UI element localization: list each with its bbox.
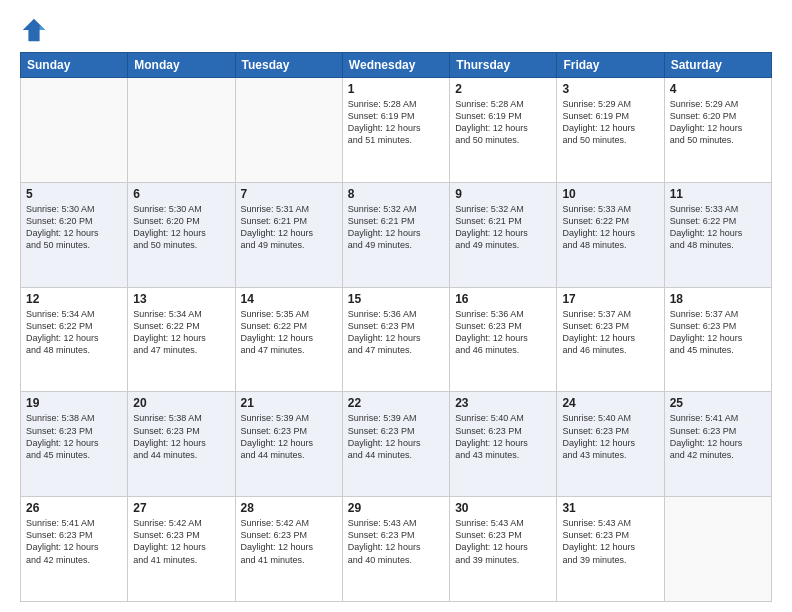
calendar-day-cell: 4Sunrise: 5:29 AM Sunset: 6:20 PM Daylig… [664,78,771,183]
logo [20,16,50,44]
day-number: 4 [670,82,766,96]
calendar-week-row: 5Sunrise: 5:30 AM Sunset: 6:20 PM Daylig… [21,182,772,287]
calendar-day-cell: 1Sunrise: 5:28 AM Sunset: 6:19 PM Daylig… [342,78,449,183]
weekday-header: Thursday [450,53,557,78]
calendar-day-cell: 17Sunrise: 5:37 AM Sunset: 6:23 PM Dayli… [557,287,664,392]
header-row: SundayMondayTuesdayWednesdayThursdayFrid… [21,53,772,78]
day-info: Sunrise: 5:41 AM Sunset: 6:23 PM Dayligh… [26,517,122,566]
page: SundayMondayTuesdayWednesdayThursdayFrid… [0,0,792,612]
day-info: Sunrise: 5:32 AM Sunset: 6:21 PM Dayligh… [455,203,551,252]
day-number: 15 [348,292,444,306]
header [20,16,772,44]
day-info: Sunrise: 5:36 AM Sunset: 6:23 PM Dayligh… [455,308,551,357]
day-info: Sunrise: 5:32 AM Sunset: 6:21 PM Dayligh… [348,203,444,252]
calendar-day-cell: 26Sunrise: 5:41 AM Sunset: 6:23 PM Dayli… [21,497,128,602]
weekday-header: Tuesday [235,53,342,78]
day-info: Sunrise: 5:43 AM Sunset: 6:23 PM Dayligh… [348,517,444,566]
day-info: Sunrise: 5:34 AM Sunset: 6:22 PM Dayligh… [26,308,122,357]
calendar-week-row: 26Sunrise: 5:41 AM Sunset: 6:23 PM Dayli… [21,497,772,602]
calendar-day-cell: 15Sunrise: 5:36 AM Sunset: 6:23 PM Dayli… [342,287,449,392]
calendar-day-cell: 27Sunrise: 5:42 AM Sunset: 6:23 PM Dayli… [128,497,235,602]
calendar-day-cell: 8Sunrise: 5:32 AM Sunset: 6:21 PM Daylig… [342,182,449,287]
day-number: 14 [241,292,337,306]
day-info: Sunrise: 5:30 AM Sunset: 6:20 PM Dayligh… [26,203,122,252]
calendar-day-cell: 30Sunrise: 5:43 AM Sunset: 6:23 PM Dayli… [450,497,557,602]
day-info: Sunrise: 5:33 AM Sunset: 6:22 PM Dayligh… [670,203,766,252]
day-number: 9 [455,187,551,201]
day-info: Sunrise: 5:42 AM Sunset: 6:23 PM Dayligh… [133,517,229,566]
day-number: 16 [455,292,551,306]
day-info: Sunrise: 5:34 AM Sunset: 6:22 PM Dayligh… [133,308,229,357]
day-number: 2 [455,82,551,96]
day-info: Sunrise: 5:28 AM Sunset: 6:19 PM Dayligh… [348,98,444,147]
calendar-day-cell: 19Sunrise: 5:38 AM Sunset: 6:23 PM Dayli… [21,392,128,497]
day-info: Sunrise: 5:40 AM Sunset: 6:23 PM Dayligh… [455,412,551,461]
day-info: Sunrise: 5:39 AM Sunset: 6:23 PM Dayligh… [241,412,337,461]
calendar-day-cell: 21Sunrise: 5:39 AM Sunset: 6:23 PM Dayli… [235,392,342,497]
day-info: Sunrise: 5:37 AM Sunset: 6:23 PM Dayligh… [670,308,766,357]
calendar-day-cell: 24Sunrise: 5:40 AM Sunset: 6:23 PM Dayli… [557,392,664,497]
day-info: Sunrise: 5:38 AM Sunset: 6:23 PM Dayligh… [133,412,229,461]
day-number: 6 [133,187,229,201]
day-number: 10 [562,187,658,201]
day-info: Sunrise: 5:28 AM Sunset: 6:19 PM Dayligh… [455,98,551,147]
day-info: Sunrise: 5:42 AM Sunset: 6:23 PM Dayligh… [241,517,337,566]
calendar-day-cell: 11Sunrise: 5:33 AM Sunset: 6:22 PM Dayli… [664,182,771,287]
calendar-week-row: 19Sunrise: 5:38 AM Sunset: 6:23 PM Dayli… [21,392,772,497]
day-number: 26 [26,501,122,515]
calendar-day-cell: 23Sunrise: 5:40 AM Sunset: 6:23 PM Dayli… [450,392,557,497]
weekday-header: Monday [128,53,235,78]
day-info: Sunrise: 5:36 AM Sunset: 6:23 PM Dayligh… [348,308,444,357]
logo-icon [20,16,48,44]
day-number: 24 [562,396,658,410]
day-info: Sunrise: 5:43 AM Sunset: 6:23 PM Dayligh… [562,517,658,566]
calendar-day-cell: 28Sunrise: 5:42 AM Sunset: 6:23 PM Dayli… [235,497,342,602]
day-number: 5 [26,187,122,201]
day-number: 27 [133,501,229,515]
calendar-day-cell: 6Sunrise: 5:30 AM Sunset: 6:20 PM Daylig… [128,182,235,287]
calendar-day-cell: 10Sunrise: 5:33 AM Sunset: 6:22 PM Dayli… [557,182,664,287]
day-number: 1 [348,82,444,96]
day-info: Sunrise: 5:29 AM Sunset: 6:20 PM Dayligh… [670,98,766,147]
day-info: Sunrise: 5:29 AM Sunset: 6:19 PM Dayligh… [562,98,658,147]
calendar-day-cell: 20Sunrise: 5:38 AM Sunset: 6:23 PM Dayli… [128,392,235,497]
calendar-day-cell: 12Sunrise: 5:34 AM Sunset: 6:22 PM Dayli… [21,287,128,392]
calendar-day-cell: 7Sunrise: 5:31 AM Sunset: 6:21 PM Daylig… [235,182,342,287]
calendar-day-cell: 18Sunrise: 5:37 AM Sunset: 6:23 PM Dayli… [664,287,771,392]
day-number: 19 [26,396,122,410]
day-info: Sunrise: 5:37 AM Sunset: 6:23 PM Dayligh… [562,308,658,357]
day-info: Sunrise: 5:39 AM Sunset: 6:23 PM Dayligh… [348,412,444,461]
day-info: Sunrise: 5:35 AM Sunset: 6:22 PM Dayligh… [241,308,337,357]
calendar-day-cell: 29Sunrise: 5:43 AM Sunset: 6:23 PM Dayli… [342,497,449,602]
day-number: 31 [562,501,658,515]
calendar-day-cell [235,78,342,183]
weekday-header: Wednesday [342,53,449,78]
calendar-day-cell: 22Sunrise: 5:39 AM Sunset: 6:23 PM Dayli… [342,392,449,497]
calendar-day-cell: 3Sunrise: 5:29 AM Sunset: 6:19 PM Daylig… [557,78,664,183]
weekday-header: Sunday [21,53,128,78]
day-info: Sunrise: 5:38 AM Sunset: 6:23 PM Dayligh… [26,412,122,461]
day-number: 18 [670,292,766,306]
calendar-day-cell: 5Sunrise: 5:30 AM Sunset: 6:20 PM Daylig… [21,182,128,287]
calendar-day-cell [664,497,771,602]
day-number: 22 [348,396,444,410]
day-info: Sunrise: 5:31 AM Sunset: 6:21 PM Dayligh… [241,203,337,252]
day-number: 28 [241,501,337,515]
day-info: Sunrise: 5:30 AM Sunset: 6:20 PM Dayligh… [133,203,229,252]
day-number: 3 [562,82,658,96]
calendar-day-cell: 9Sunrise: 5:32 AM Sunset: 6:21 PM Daylig… [450,182,557,287]
day-info: Sunrise: 5:43 AM Sunset: 6:23 PM Dayligh… [455,517,551,566]
day-number: 11 [670,187,766,201]
day-number: 21 [241,396,337,410]
calendar-day-cell: 13Sunrise: 5:34 AM Sunset: 6:22 PM Dayli… [128,287,235,392]
day-number: 29 [348,501,444,515]
calendar-week-row: 1Sunrise: 5:28 AM Sunset: 6:19 PM Daylig… [21,78,772,183]
day-number: 8 [348,187,444,201]
day-number: 12 [26,292,122,306]
calendar-day-cell: 2Sunrise: 5:28 AM Sunset: 6:19 PM Daylig… [450,78,557,183]
day-number: 7 [241,187,337,201]
day-info: Sunrise: 5:33 AM Sunset: 6:22 PM Dayligh… [562,203,658,252]
day-number: 13 [133,292,229,306]
day-info: Sunrise: 5:41 AM Sunset: 6:23 PM Dayligh… [670,412,766,461]
calendar-day-cell: 14Sunrise: 5:35 AM Sunset: 6:22 PM Dayli… [235,287,342,392]
